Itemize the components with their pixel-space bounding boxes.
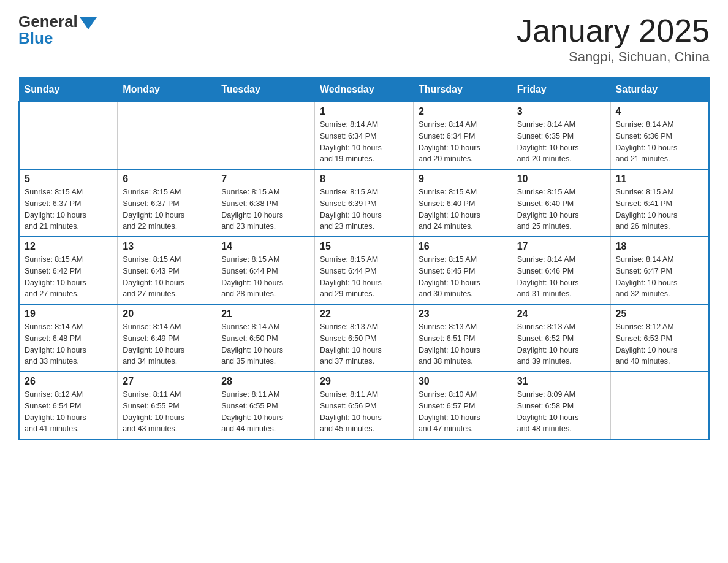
calendar-week-5: 26Sunrise: 8:12 AMSunset: 6:54 PMDayligh… (19, 372, 709, 439)
calendar-cell: 19Sunrise: 8:14 AMSunset: 6:48 PMDayligh… (19, 304, 118, 372)
day-number: 16 (419, 241, 507, 252)
day-number: 7 (221, 174, 309, 185)
logo-blue-text: Blue (18, 29, 53, 48)
calendar-cell: 8Sunrise: 8:15 AMSunset: 6:39 PMDaylight… (315, 169, 414, 237)
calendar-body: 1Sunrise: 8:14 AMSunset: 6:34 PMDaylight… (19, 102, 709, 439)
day-number: 2 (419, 106, 507, 117)
day-number: 25 (616, 308, 703, 320)
day-number: 21 (221, 308, 309, 320)
day-info: Sunrise: 8:15 AMSunset: 6:44 PMDaylight:… (320, 254, 408, 300)
day-info: Sunrise: 8:15 AMSunset: 6:40 PMDaylight:… (419, 186, 507, 232)
calendar-cell: 1Sunrise: 8:14 AMSunset: 6:34 PMDaylight… (315, 102, 414, 169)
day-number: 8 (320, 174, 408, 185)
calendar-cell (118, 102, 216, 169)
day-number: 20 (123, 308, 211, 320)
day-number: 31 (517, 376, 605, 387)
day-info: Sunrise: 8:14 AMSunset: 6:49 PMDaylight:… (123, 321, 211, 367)
day-info: Sunrise: 8:15 AMSunset: 6:37 PMDaylight:… (25, 186, 112, 232)
calendar-cell: 21Sunrise: 8:14 AMSunset: 6:50 PMDayligh… (216, 304, 315, 372)
day-number: 18 (616, 241, 703, 252)
day-info: Sunrise: 8:09 AMSunset: 6:58 PMDaylight:… (517, 389, 605, 435)
calendar-cell: 2Sunrise: 8:14 AMSunset: 6:34 PMDaylight… (413, 102, 512, 169)
day-number: 6 (123, 174, 211, 185)
day-info: Sunrise: 8:14 AMSunset: 6:34 PMDaylight:… (320, 119, 408, 165)
day-number: 11 (616, 174, 703, 185)
header-cell-wednesday: Wednesday (315, 78, 414, 102)
day-number: 14 (221, 241, 309, 252)
calendar-cell: 6Sunrise: 8:15 AMSunset: 6:37 PMDaylight… (118, 169, 216, 237)
day-info: Sunrise: 8:11 AMSunset: 6:55 PMDaylight:… (221, 389, 309, 435)
calendar-cell: 29Sunrise: 8:11 AMSunset: 6:56 PMDayligh… (315, 372, 414, 439)
calendar-cell: 3Sunrise: 8:14 AMSunset: 6:35 PMDaylight… (512, 102, 610, 169)
day-info: Sunrise: 8:15 AMSunset: 6:41 PMDaylight:… (616, 186, 703, 232)
header-cell-tuesday: Tuesday (216, 78, 315, 102)
calendar-cell: 5Sunrise: 8:15 AMSunset: 6:37 PMDaylight… (19, 169, 118, 237)
day-number: 27 (123, 376, 211, 387)
header-cell-saturday: Saturday (610, 78, 709, 102)
day-number: 13 (123, 241, 211, 252)
day-number: 24 (517, 308, 605, 320)
day-info: Sunrise: 8:13 AMSunset: 6:50 PMDaylight:… (320, 321, 408, 367)
calendar-cell: 25Sunrise: 8:12 AMSunset: 6:53 PMDayligh… (610, 304, 709, 372)
header-cell-thursday: Thursday (413, 78, 512, 102)
calendar-week-1: 1Sunrise: 8:14 AMSunset: 6:34 PMDaylight… (19, 102, 709, 169)
day-info: Sunrise: 8:14 AMSunset: 6:47 PMDaylight:… (616, 254, 703, 300)
calendar-table: SundayMondayTuesdayWednesdayThursdayFrid… (18, 77, 710, 440)
calendar-cell: 9Sunrise: 8:15 AMSunset: 6:40 PMDaylight… (413, 169, 512, 237)
calendar-cell: 4Sunrise: 8:14 AMSunset: 6:36 PMDaylight… (610, 102, 709, 169)
calendar-cell: 17Sunrise: 8:14 AMSunset: 6:46 PMDayligh… (512, 237, 610, 304)
header-row: SundayMondayTuesdayWednesdayThursdayFrid… (19, 78, 709, 102)
header-cell-friday: Friday (512, 78, 610, 102)
day-info: Sunrise: 8:14 AMSunset: 6:36 PMDaylight:… (616, 119, 703, 165)
logo: General Blue (18, 12, 97, 48)
day-info: Sunrise: 8:15 AMSunset: 6:43 PMDaylight:… (123, 254, 211, 300)
calendar-cell (216, 102, 315, 169)
title-section: January 2025 Sangpi, Sichuan, China (517, 12, 710, 65)
day-info: Sunrise: 8:12 AMSunset: 6:54 PMDaylight:… (25, 389, 112, 435)
day-info: Sunrise: 8:14 AMSunset: 6:35 PMDaylight:… (517, 119, 605, 165)
day-info: Sunrise: 8:13 AMSunset: 6:52 PMDaylight:… (517, 321, 605, 367)
calendar-week-4: 19Sunrise: 8:14 AMSunset: 6:48 PMDayligh… (19, 304, 709, 372)
calendar-cell: 11Sunrise: 8:15 AMSunset: 6:41 PMDayligh… (610, 169, 709, 237)
calendar-cell: 18Sunrise: 8:14 AMSunset: 6:47 PMDayligh… (610, 237, 709, 304)
calendar-title: January 2025 (517, 12, 710, 49)
day-number: 5 (25, 174, 112, 185)
header-cell-sunday: Sunday (19, 78, 118, 102)
day-info: Sunrise: 8:15 AMSunset: 6:44 PMDaylight:… (221, 254, 309, 300)
day-number: 12 (25, 241, 112, 252)
calendar-cell: 10Sunrise: 8:15 AMSunset: 6:40 PMDayligh… (512, 169, 610, 237)
calendar-cell: 28Sunrise: 8:11 AMSunset: 6:55 PMDayligh… (216, 372, 315, 439)
header-cell-monday: Monday (118, 78, 216, 102)
day-info: Sunrise: 8:12 AMSunset: 6:53 PMDaylight:… (616, 321, 703, 367)
day-number: 30 (419, 376, 507, 387)
calendar-subtitle: Sangpi, Sichuan, China (517, 49, 710, 65)
day-number: 22 (320, 308, 408, 320)
day-number: 23 (419, 308, 507, 320)
calendar-cell: 27Sunrise: 8:11 AMSunset: 6:55 PMDayligh… (118, 372, 216, 439)
calendar-cell: 23Sunrise: 8:13 AMSunset: 6:51 PMDayligh… (413, 304, 512, 372)
page-header: General Blue January 2025 Sangpi, Sichua… (18, 12, 710, 65)
calendar-cell: 30Sunrise: 8:10 AMSunset: 6:57 PMDayligh… (413, 372, 512, 439)
calendar-week-2: 5Sunrise: 8:15 AMSunset: 6:37 PMDaylight… (19, 169, 709, 237)
day-number: 4 (616, 106, 703, 117)
day-info: Sunrise: 8:15 AMSunset: 6:38 PMDaylight:… (221, 186, 309, 232)
day-number: 9 (419, 174, 507, 185)
calendar-header: SundayMondayTuesdayWednesdayThursdayFrid… (19, 78, 709, 102)
calendar-cell: 7Sunrise: 8:15 AMSunset: 6:38 PMDaylight… (216, 169, 315, 237)
day-number: 19 (25, 308, 112, 320)
day-info: Sunrise: 8:14 AMSunset: 6:50 PMDaylight:… (221, 321, 309, 367)
calendar-cell: 26Sunrise: 8:12 AMSunset: 6:54 PMDayligh… (19, 372, 118, 439)
day-number: 3 (517, 106, 605, 117)
day-number: 28 (221, 376, 309, 387)
day-number: 10 (517, 174, 605, 185)
day-info: Sunrise: 8:14 AMSunset: 6:48 PMDaylight:… (25, 321, 112, 367)
calendar-cell: 15Sunrise: 8:15 AMSunset: 6:44 PMDayligh… (315, 237, 414, 304)
calendar-cell: 20Sunrise: 8:14 AMSunset: 6:49 PMDayligh… (118, 304, 216, 372)
day-number: 1 (320, 106, 408, 117)
day-info: Sunrise: 8:14 AMSunset: 6:34 PMDaylight:… (419, 119, 507, 165)
calendar-cell: 16Sunrise: 8:15 AMSunset: 6:45 PMDayligh… (413, 237, 512, 304)
day-number: 17 (517, 241, 605, 252)
calendar-cell: 31Sunrise: 8:09 AMSunset: 6:58 PMDayligh… (512, 372, 610, 439)
day-number: 26 (25, 376, 112, 387)
day-info: Sunrise: 8:15 AMSunset: 6:39 PMDaylight:… (320, 186, 408, 232)
